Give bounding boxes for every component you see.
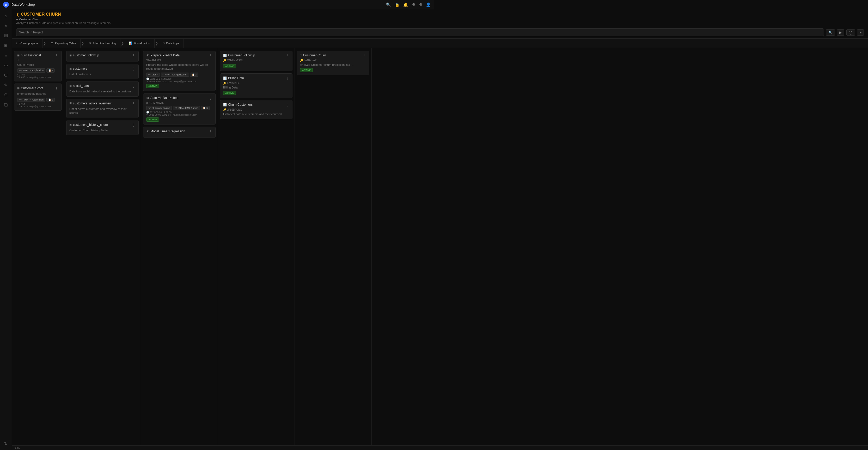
card-customer-churn-app-status: ACTIVE xyxy=(300,68,313,72)
card-prepare-status: ACTIVE xyxy=(146,84,159,88)
sidebar-item-pipelines[interactable]: ⊞ xyxy=(2,41,10,50)
card-followup-menu[interactable]: ⋮ xyxy=(132,54,135,58)
search-input[interactable] xyxy=(19,31,434,34)
search-field-wrap[interactable] xyxy=(16,28,434,36)
card-prepare-date: 🕐 2021-09-24 14:27:56 xyxy=(146,78,212,80)
card-prepare-predict[interactable]: 🛠 Prepare Predict Data ⋮ XIea9IaUVN Prep… xyxy=(143,51,216,91)
sidebar-item-charts[interactable]: ⬡ xyxy=(2,71,10,79)
card-customer-score-title: Customer Score xyxy=(21,86,43,90)
stage-dataapps-label: Data Apps xyxy=(166,42,179,45)
card-billing-data[interactable]: 📊 Billing Data ⋮ 🔑 I2VIdvkIEe Billing Da… xyxy=(220,73,292,98)
pipeline-stage-ml[interactable]: 🛠 Machine Learning xyxy=(85,39,120,48)
card-prepare-predict-menu[interactable]: ⋮ xyxy=(209,54,212,58)
tag-php-2: </> PHP 7.4 Application xyxy=(17,97,45,102)
back-button[interactable]: ❮ CUSTOMER CHURN xyxy=(16,12,434,17)
topnav: D Data Workshop 🔍 🔒 🔔 ⚙ ⚙ 👤 xyxy=(0,0,434,9)
bell-icon[interactable]: 🔔 xyxy=(403,2,408,7)
cards-area: ⊞ hurn Historical ⋮ J Churn Profile </> … xyxy=(12,48,434,225)
card-customer-churn-app[interactable]: □ Customer Churn ⋮ 🔑 Im1FKksrIf Analyze … xyxy=(297,51,369,75)
card-model-linear[interactable]: 🛠 Model Linear Regression ⋮ xyxy=(143,126,216,138)
column-transform: ⊞ hurn Historical ⋮ J Churn Profile </> … xyxy=(12,48,64,225)
card-churn-customers-title: Churn Customers xyxy=(228,103,253,107)
sidebar-item-docs[interactable]: ❏ xyxy=(2,101,10,109)
card-customer-churn-app-title: Customer Churn xyxy=(303,54,326,57)
card-automl-author: ✎ 2021-09-08 10:42:04 - mvega@grupoenx.c… xyxy=(146,114,212,116)
card-automl-menu[interactable]: ⋮ xyxy=(209,96,212,100)
tag-php74: </>PHP 7.4 Application xyxy=(161,73,189,77)
social-data-icon: ⊞ xyxy=(69,84,72,88)
search-icon[interactable]: 🔍 xyxy=(386,2,391,7)
card-score-desc: omer score by balance xyxy=(17,92,59,96)
card-customers[interactable]: ⊞ customers ⋮ List of customers xyxy=(66,64,139,79)
column-visualization: 📊 Customer Followup ⋮ 🔑 QNzUneTFVL ACTIV… xyxy=(218,48,295,225)
card-prepare-desc: Prepare the table where customers active… xyxy=(146,63,212,71)
automl-icon: 🛠 xyxy=(146,96,149,100)
column-ml: 🛠 Prepare Predict Data ⋮ XIea9IaUVN Prep… xyxy=(141,48,218,225)
card-customers-history-churn[interactable]: ⊞ customers_history_churn ⋮ Customer Chu… xyxy=(66,120,139,135)
user-icon[interactable]: 👤 xyxy=(426,2,431,7)
sidebar-item-datasources[interactable]: ≡ xyxy=(2,51,10,59)
ml-card-icon: 🛠 xyxy=(146,54,149,57)
card-auto-ml[interactable]: 🛠 Auto ML DataKubes ⋮ gDGEMWBVr6 </>dk-a… xyxy=(143,93,216,124)
card-social-menu[interactable]: ⋮ xyxy=(132,84,135,88)
card-customer-followup[interactable]: ⊞ customer_followup ⋮ xyxy=(66,51,139,62)
card-menu-button[interactable]: ⋮ xyxy=(55,54,59,58)
card-active-menu[interactable]: ⋮ xyxy=(132,102,135,106)
card-churn-historical[interactable]: ⊞ hurn Historical ⋮ J Churn Profile </> … xyxy=(14,51,62,81)
ml-icon: 🛠 xyxy=(89,42,92,45)
topnav-icons: 🔍 🔒 🔔 ⚙ ⚙ 👤 xyxy=(386,2,431,7)
sidebar-item-tools[interactable]: ✎ xyxy=(2,81,10,89)
tag-count-5: 📋 5 xyxy=(201,106,210,110)
card-churn-customers-viz[interactable]: 📊 Churn Customers ⋮ 🔑 zRtrJDPpNX Histori… xyxy=(220,100,292,119)
project-subtitle: ≡ Customer Churn xyxy=(16,18,434,21)
lock-icon[interactable]: 🔒 xyxy=(395,2,400,7)
card-customer-churn-app-menu[interactable]: ⋮ xyxy=(362,54,366,58)
tag-php7: </>php-7 xyxy=(146,73,160,77)
stage-viz-label: Visualization xyxy=(134,42,150,45)
pipeline-stage-transform[interactable]: 〈 lsform, prepare xyxy=(12,39,42,48)
tag-count-ml: 📋 2 xyxy=(190,73,198,77)
pipeline-stage-dataapps[interactable]: □ Data Apps xyxy=(159,39,184,48)
sidebar-item-storage[interactable]: ▤ xyxy=(2,31,10,40)
project-icon: ≡ xyxy=(16,18,18,21)
dataapps-icon: □ xyxy=(163,42,165,45)
card-customer-churn-app-desc: Analyze Customer churn prediction in a .… xyxy=(300,63,366,67)
terminal-icon[interactable]: ⚙ xyxy=(419,2,422,7)
sidebar-item-analytics[interactable]: ◈ xyxy=(2,21,10,30)
card-author-2: 7:39:15 - mvega@grupoenx.com xyxy=(17,105,59,108)
card-date-2: 4:27:54 xyxy=(17,103,59,105)
billing-icon: 📊 xyxy=(223,77,227,80)
card-linear-title: Model Linear Regression xyxy=(150,130,185,133)
card-churn-customers-menu[interactable]: ⋮ xyxy=(285,103,289,107)
card-churn-customers-desc: Historical data of customers and their c… xyxy=(223,112,289,116)
pipeline-stage-repository[interactable]: ⊞ Repository Table xyxy=(46,39,81,48)
card-history-churn-desc: Customer Churn History Table xyxy=(69,129,135,132)
settings-icon[interactable]: ⚙ xyxy=(412,2,415,7)
card-author: 7:09:36 - mvega@grupoenx.com xyxy=(17,76,59,79)
sidebar: ⌂ ◈ ▤ ⊞ ≡ ▭ ⬡ ✎ ⚇ ❏ ↻ xyxy=(0,9,12,225)
card-social-data[interactable]: ⊞ social_data ⋮ Data from social network… xyxy=(66,81,139,96)
card-linear-menu[interactable]: ⋮ xyxy=(209,130,212,134)
project-description: Analyze Customer Data and predict custom… xyxy=(16,21,434,25)
card-billing-menu[interactable]: ⋮ xyxy=(285,76,289,80)
pipeline-stage-viz[interactable]: 📊 Visualization xyxy=(125,39,155,48)
card-history-churn-menu[interactable]: ⋮ xyxy=(132,123,135,127)
card-customers-menu[interactable]: ⋮ xyxy=(132,67,135,71)
sidebar-item-home[interactable]: ⌂ xyxy=(2,11,10,20)
tag-dk: </>dk-automl-engine xyxy=(146,106,172,110)
sidebar-item-users[interactable]: ⚇ xyxy=(2,91,10,99)
card-billing-title: Billing Data xyxy=(228,76,244,80)
card-customer-followup-viz[interactable]: 📊 Customer Followup ⋮ 🔑 QNzUneTFVL ACTIV… xyxy=(220,51,292,71)
card-followup-viz-menu[interactable]: ⋮ xyxy=(285,54,289,58)
card-menu-button-2[interactable]: ⋮ xyxy=(55,86,59,91)
card-billing-status: ACTIVE xyxy=(223,91,236,95)
sidebar-item-display[interactable]: ▭ xyxy=(2,61,10,69)
card-automl-status: ACTIVE xyxy=(146,117,159,122)
card-customer-score[interactable]: ⊞ Customer Score ⋮ omer score by balance… xyxy=(14,84,62,110)
card-history-churn-title: customers_history_churn xyxy=(73,123,108,126)
table-icon: ⊞ xyxy=(51,41,53,45)
card-customers-title: customers xyxy=(73,67,87,71)
app-title: Data Workshop xyxy=(11,3,386,6)
card-churn-historical-title: hurn Historical xyxy=(21,54,41,57)
card-customers-active-overview[interactable]: ⊞ customers_active_overview ⋮ List of ac… xyxy=(66,99,139,118)
